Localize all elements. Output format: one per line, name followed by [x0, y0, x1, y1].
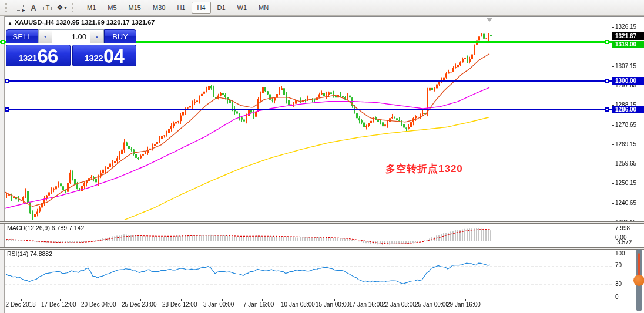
line-handle[interactable]	[605, 79, 609, 83]
sell-price-big: 66	[38, 47, 58, 65]
time-tick	[334, 299, 335, 301]
price-tick-label: 1240.65	[615, 200, 636, 206]
timeframe-w1-button[interactable]: W1	[232, 2, 253, 14]
caret-up-icon: ▲	[95, 35, 99, 39]
price-tick	[612, 86, 614, 86]
buy-price-small: 1322	[85, 53, 103, 63]
line-handle[interactable]	[5, 107, 9, 112]
horizontal-line-1286[interactable]	[5, 109, 612, 110]
time-axis-label: 20 Dec 04:00	[81, 301, 116, 308]
time-tick	[368, 299, 368, 301]
time-axis-label: 10 Jan 08:00	[281, 301, 315, 308]
chart-annotation-text: 多空转折点1320	[385, 162, 463, 176]
volume-increase-button[interactable]: ▲	[90, 29, 104, 43]
chevron-down-icon: ▾	[64, 5, 66, 11]
time-tick	[21, 299, 22, 301]
price-marker-1300.00: 1300.00	[612, 77, 644, 85]
macd-tick-label: -3.572	[615, 239, 632, 245]
price-marker-1321.67: 1321.67	[612, 32, 644, 40]
time-tick	[434, 299, 434, 301]
timeframe-d1-button[interactable]: D1	[212, 2, 231, 14]
chart-title: ▲XAUUSD-,H4 1320.95 1321.69 1320.17 1321…	[8, 19, 155, 26]
price-tick-label: 1250.15	[615, 180, 636, 186]
price-axis-line	[612, 16, 612, 299]
thermometer-icon	[633, 249, 644, 313]
time-tick	[465, 299, 466, 301]
price-marker-1319.00: 1319.00	[612, 41, 644, 48]
timeframe-m15-button[interactable]: M15	[123, 2, 146, 14]
time-axis-label: 12 Dec 2018	[2, 301, 36, 308]
time-tick	[222, 299, 223, 301]
price-tick	[612, 203, 614, 204]
time-axis-label: 25 Dec 23:00	[122, 301, 157, 308]
top-toolbar: F A T ❖ ▾ M1M5M15M30H1H4D1W1MN	[0, 0, 644, 16]
price-marker-1286.00: 1286.00	[612, 106, 644, 113]
rsi-label: RSI(14) 74.8882	[7, 250, 52, 257]
price-scale-tool-button[interactable]: F	[12, 1, 26, 14]
toolbar-grip[interactable]	[5, 3, 9, 12]
macd-label: MACD(12,26,9) 6.789 7.142	[7, 224, 84, 231]
time-tick	[100, 299, 100, 301]
trading-terminal: F A T ❖ ▾ M1M5M15M30H1H4D1W1MN ▲XAUUSD-,…	[0, 0, 644, 313]
time-axis-label: 22 Jan 08:00	[382, 301, 416, 308]
rsi-tick-label: 70	[615, 262, 622, 268]
buy-button[interactable]: BUY	[104, 29, 136, 43]
time-tick	[181, 299, 182, 301]
line-handle[interactable]	[605, 107, 609, 112]
letter-t-icon: T	[43, 4, 52, 12]
line-handle[interactable]	[5, 79, 9, 83]
volume-decrease-button[interactable]: ▼	[38, 29, 52, 43]
horizontal-line-1300[interactable]	[5, 80, 612, 82]
timeframe-h4-button[interactable]: H4	[192, 2, 210, 14]
line-handle[interactable]	[1, 40, 5, 44]
volume-input[interactable]	[52, 29, 90, 43]
grid-f-icon: F	[16, 5, 24, 11]
timeframe-m30-button[interactable]: M30	[147, 2, 170, 14]
price-tick	[612, 144, 614, 145]
timeframe-m5-button[interactable]: M5	[102, 2, 122, 14]
caret-down-icon: ▼	[43, 35, 48, 39]
time-tick	[140, 299, 141, 301]
price-tick	[612, 183, 614, 184]
time-tick	[262, 299, 263, 301]
price-tick	[612, 125, 614, 126]
time-axis-label: 28 Dec 12:00	[162, 301, 197, 308]
price-tick-label: 1259.65	[615, 160, 636, 167]
time-axis-line	[0, 299, 644, 299]
price-tick-label: 1278.65	[615, 122, 636, 128]
pane-separator-main-macd[interactable]	[0, 221, 644, 224]
one-click-trading-widget: SELL ▼ ▲ BUY 132166 132204	[6, 29, 136, 66]
sell-price-panel[interactable]: 132166	[6, 45, 71, 66]
timeframe-mn-button[interactable]: MN	[253, 2, 274, 14]
price-tick	[612, 27, 614, 28]
objects-tool-button[interactable]: ❖ ▾	[55, 1, 69, 14]
price-tick	[612, 164, 614, 164]
line-handle[interactable]	[605, 40, 609, 44]
buy-price-panel[interactable]: 132204	[72, 45, 137, 66]
rsi-tick-label: 30	[615, 281, 622, 287]
time-axis-label: 17 Jan 16:00	[349, 301, 383, 308]
rsi-tick-label: 100	[615, 250, 625, 257]
price-tick-label: 1307.15	[615, 63, 636, 69]
macd-tick-label: 7.998	[615, 225, 630, 231]
sell-button[interactable]: SELL	[6, 29, 38, 43]
toolbar-grip[interactable]	[72, 3, 76, 12]
time-tick	[401, 299, 401, 301]
symbol-collapse-icon[interactable]: ▲	[8, 21, 12, 26]
time-axis-label: 29 Jan 16:00	[447, 301, 481, 308]
chart-shift-marker-icon[interactable]	[486, 18, 493, 22]
buy-price-big: 04	[103, 47, 124, 65]
timeframe-h1-button[interactable]: H1	[172, 2, 190, 14]
text-label-tool-button[interactable]: A	[26, 1, 41, 14]
price-tick	[612, 66, 614, 67]
objects-icon: ❖	[57, 4, 63, 12]
time-tick	[300, 299, 300, 301]
pane-separator-macd-rsi[interactable]	[0, 247, 644, 250]
time-axis-label: 15 Jan 00:00	[316, 301, 350, 308]
timeframe-m1-button[interactable]: M1	[82, 2, 101, 14]
time-axis-label: 3 Jan 00:00	[203, 301, 234, 308]
sell-price-small: 1321	[18, 53, 36, 63]
rsi-tick-label: 0	[615, 294, 619, 300]
thermometer-bulb	[633, 275, 644, 286]
text-box-tool-button[interactable]: T	[41, 1, 55, 14]
